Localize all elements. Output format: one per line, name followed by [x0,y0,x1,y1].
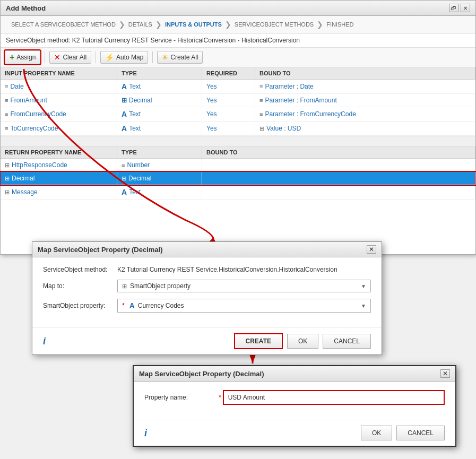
table-row[interactable]: ≡ ToCurrencyCode A Text Yes ⊞ Value : US… [1,122,475,136]
row2-name: ≡ FromAmount [1,94,117,107]
row2-bound: ≡ Parameter : FromAmount [255,94,475,107]
restore-button[interactable]: 🗗 [449,4,458,12]
dialog2-propname-row: Property name: * [144,390,445,405]
dialog2-footer: i OK CANCEL [134,420,455,446]
dialog2-body: Property name: * [134,382,455,420]
dialog1-close-button[interactable]: ✕ [367,245,376,254]
wizard-step-2[interactable]: DETAILS [128,21,152,28]
dialog1-title-bar: Map ServiceObject Property (Decimal) ✕ [32,242,382,257]
table-row[interactable]: ≡ FromAmount ⊞ Decimal Yes ≡ Parameter :… [1,94,475,107]
dialog2-propname-input[interactable] [223,390,445,405]
section-separator [1,136,475,146]
table-row[interactable]: ⊞ HttpResponseCode ≡ Number [1,159,475,172]
toolbar: + Assign ✕ Clear All ⚡ Auto Map ✳ Create… [1,48,475,67]
title-bar: Add Method 🗗 ✕ [1,1,475,16]
wizard-steps: SELECT A SERVICEOBJECT METHOD ❯ DETAILS … [1,16,475,33]
table-row-selected[interactable]: ⊞ Decimal ⊞ Decimal [1,172,475,185]
wizard-step-1[interactable]: SELECT A SERVICEOBJECT METHOD [11,21,116,28]
dialog1-cancel-button[interactable]: CANCEL [323,334,371,349]
dialog1-smartobj-label: SmartObject property: [43,302,117,309]
title-bar-controls: 🗗 ✕ [449,4,470,12]
dialog1-ok-button[interactable]: OK [287,334,318,349]
dialog2-title-bar: Map ServiceObject Property (Decimal) ✕ [134,366,455,382]
wizard-sep-2: ❯ [155,20,162,29]
toolbar-separator-3 [152,51,153,63]
table-row[interactable]: ≡ Date A Text Yes ≡ Parameter : Date [1,80,475,94]
wizard-step-5[interactable]: FINISHED [326,21,353,28]
row2-required: Yes [202,94,255,107]
auto-map-button[interactable]: ⚡ Auto Map [100,51,148,64]
ret-row2-type: ⊞ Decimal [117,172,202,185]
dialog2-close-button[interactable]: ✕ [440,369,450,378]
input-table-header: INPUT PROPERTY NAME TYPE REQUIRED BOUND … [1,67,475,80]
dialog1-smartobj-value: * A Currency Codes [122,301,184,310]
ret-row3-bound [202,185,475,199]
ret-row1-type: ≡ Number [117,159,202,171]
plus-icon: + [10,53,14,62]
dialog1-mapto-select[interactable]: ⊞ SmartObject property ▼ [117,280,371,292]
return-col-bound: BOUND TO [202,146,475,158]
required-star: * [122,302,125,309]
dialog1-service-row: ServiceObject method: K2 Tutorial Curren… [43,266,371,273]
toolbar-separator-2 [96,51,96,63]
create-all-button[interactable]: ✳ Create All [157,51,203,64]
assign-button[interactable]: + Assign [5,50,40,64]
row4-type: A Text [117,122,202,135]
dialog2-required-star: * [219,394,221,401]
wizard-sep-3: ❯ [225,20,231,29]
clear-all-button[interactable]: ✕ Clear All [49,51,91,64]
automap-icon: ⚡ [105,53,114,62]
wizard-step-3[interactable]: INPUTS & OUTPUTS [165,21,222,28]
dialog1-service-label: ServiceObject method: [43,266,117,273]
map-dialog-2: Map ServiceObject Property (Decimal) ✕ P… [133,365,456,447]
return-table-header: RETURN PROPERTY NAME TYPE BOUND TO [1,146,475,159]
ret-row1-name: ⊞ HttpResponseCode [1,159,117,171]
row3-bound: ≡ Parameter : FromCurrencyCode [255,107,475,121]
dialog2-propname-label: Property name: [144,394,219,401]
dialog1-mapto-label: Map to: [43,282,117,290]
main-window: Add Method 🗗 ✕ SELECT A SERVICEOBJECT ME… [0,0,476,255]
row3-name: ≡ FromCurrencyCode [1,107,117,121]
close-button[interactable]: ✕ [461,4,470,12]
dialog1-smartobj-row: SmartObject property: * A Currency Codes… [43,299,371,313]
dialog1-body: ServiceObject method: K2 Tutorial Curren… [32,257,382,327]
row3-type: A Text [117,107,202,121]
map-dialog-1: Map ServiceObject Property (Decimal) ✕ S… [32,241,382,355]
row4-required: Yes [202,122,255,135]
window-title: Add Method [6,4,46,12]
dialog1-footer: i CREATE OK CANCEL [32,327,382,354]
ret-row3-type: A Text [117,185,202,199]
row1-name: ≡ Date [1,80,117,93]
ret-row3-name: ⊞ Message [1,185,117,199]
chevron-down-icon: ▼ [361,283,366,289]
ret-row1-bound [202,159,475,171]
input-col-type: TYPE [117,67,202,79]
dialog1-create-button[interactable]: CREATE [234,333,283,349]
input-col-required: REQUIRED [202,67,255,79]
dialog2-title: Map ServiceObject Property (Decimal) [139,370,264,378]
input-col-name: INPUT PROPERTY NAME [1,67,117,79]
dialog1-smartobj-select[interactable]: * A Currency Codes ▼ [117,299,371,313]
table-row[interactable]: ⊞ Message A Text [1,185,475,200]
row3-required: Yes [202,107,255,121]
dialog1-mapto-value: ⊞ SmartObject property [122,282,191,290]
dialog2-ok-button[interactable]: OK [361,426,392,440]
dialog2-info-icon: i [144,428,147,439]
service-label: ServiceObject method: K2 Tutorial Curren… [1,33,475,48]
dialog1-service-value: K2 Tutorial Currency REST Service.Histor… [117,266,371,273]
ret-row2-bound [202,172,475,185]
row4-name: ≡ ToCurrencyCode [1,122,117,135]
clear-icon: ✕ [54,53,60,62]
toolbar-separator-1 [45,51,45,63]
createall-icon: ✳ [162,53,168,62]
wizard-sep-1: ❯ [119,20,125,29]
wizard-step-4[interactable]: SERVICEOBJECT METHODS [235,21,314,28]
ret-row2-name: ⊞ Decimal [1,172,117,185]
dialog1-title: Map ServiceObject Property (Decimal) [38,246,163,254]
dialog2-cancel-button[interactable]: CANCEL [396,426,445,440]
return-col-name: RETURN PROPERTY NAME [1,146,117,158]
row1-required: Yes [202,80,255,93]
row1-bound: ≡ Parameter : Date [255,80,475,93]
table-row[interactable]: ≡ FromCurrencyCode A Text Yes ≡ Paramete… [1,107,475,122]
wizard-sep-4: ❯ [317,20,323,29]
